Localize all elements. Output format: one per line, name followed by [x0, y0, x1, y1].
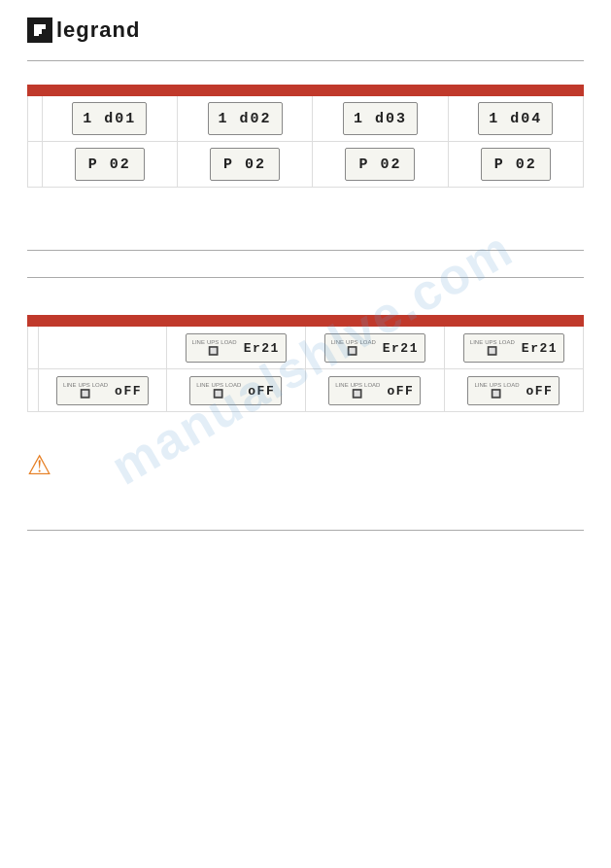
lcd-p02-1: P 02 — [75, 148, 145, 181]
lcd-off-4: LINE UPS LOAD 🔲 oFF — [467, 376, 560, 405]
table2-row2-cell2: LINE UPS LOAD 🔲 oFF — [166, 369, 305, 412]
lcd-off-2: LINE UPS LOAD 🔲 oFF — [189, 376, 282, 405]
table2: LINE UPS LOAD 🔲 Er21 — [27, 315, 584, 412]
table1-row1: 1 d01 1 d02 1 d03 1 d04 — [28, 96, 584, 142]
bottom-divider — [27, 530, 584, 531]
table1-col2-header — [177, 86, 312, 96]
table1-row2: P 02 P 02 P 02 P 02 — [28, 142, 584, 188]
lcd-p02-3: P 02 — [345, 148, 415, 181]
table1-row2-cell1: P 02 — [42, 142, 177, 188]
lcd-off-3: LINE UPS LOAD 🔲 oFF — [328, 376, 421, 405]
table1-row1-cell2: 1 d02 — [177, 96, 312, 142]
legrand-logo-icon — [27, 17, 52, 43]
logo-box: legrand — [27, 17, 140, 43]
indicators-off-3: LINE UPS LOAD 🔲 — [335, 382, 380, 399]
table2-col3-header — [305, 316, 444, 327]
table2-col4-header — [444, 316, 583, 327]
table2-row1-label — [28, 327, 39, 369]
table2-row2-label — [28, 369, 39, 412]
off-text-1: oFF — [115, 384, 142, 399]
table2-row1: LINE UPS LOAD 🔲 Er21 — [28, 327, 584, 369]
svg-rect-2 — [34, 24, 46, 29]
table1-row1-label — [28, 96, 43, 142]
table1-col0-header — [28, 86, 43, 96]
warning-row: ⚠ — [27, 449, 584, 481]
lcd-1d03: 1 d03 — [343, 102, 418, 135]
mid-divider2 — [27, 277, 584, 278]
er21-text-1: Er21 — [244, 341, 280, 356]
table2-col2-header — [166, 316, 305, 327]
table1-row2-cell3: P 02 — [313, 142, 448, 188]
mid-divider — [27, 250, 584, 251]
table1: 1 d01 1 d02 1 d03 1 d04 P 02 P 02 — [27, 85, 584, 188]
lcd-1d04: 1 d04 — [478, 102, 553, 135]
table1-col3-header — [313, 86, 448, 96]
table1-row2-cell2: P 02 — [177, 142, 312, 188]
table1-col1-header — [42, 86, 177, 96]
table1-row1-cell4: 1 d04 — [448, 96, 583, 142]
table1-col4-header — [448, 86, 583, 96]
indicators-er21-3: LINE UPS LOAD 🔲 — [470, 339, 515, 357]
table1-row2-cell4: P 02 — [448, 142, 583, 188]
warning-icon: ⚠ — [27, 449, 51, 481]
off-text-4: oFF — [526, 384, 554, 399]
lcd-p02-4: P 02 — [481, 148, 551, 181]
indicators-er21-2: LINE UPS LOAD 🔲 — [331, 339, 376, 357]
table2-row1-cell4: LINE UPS LOAD 🔲 Er21 — [444, 327, 583, 369]
table2-row1-cell2: LINE UPS LOAD 🔲 Er21 — [166, 327, 305, 369]
lcd-er21-3: LINE UPS LOAD 🔲 Er21 — [463, 333, 564, 363]
lcd-off-1: LINE UPS LOAD 🔲 oFF — [56, 376, 149, 405]
lcd-er21-2: LINE UPS LOAD 🔲 Er21 — [324, 333, 425, 363]
svg-rect-3 — [34, 29, 42, 34]
lcd-er21-1: LINE UPS LOAD 🔲 Er21 — [186, 333, 287, 363]
indicators-er21-1: LINE UPS LOAD 🔲 — [192, 339, 237, 357]
lcd-p02-2: P 02 — [210, 148, 280, 181]
table2-col1-header — [39, 316, 166, 327]
er21-text-2: Er21 — [383, 341, 419, 356]
table1-row1-cell1: 1 d01 — [42, 96, 177, 142]
table2-row1-cell1 — [39, 327, 166, 369]
top-divider — [27, 60, 584, 61]
table2-row2-cell1: LINE UPS LOAD 🔲 oFF — [39, 369, 166, 412]
lcd-1d01: 1 d01 — [72, 102, 147, 135]
table1-row2-label — [28, 142, 43, 188]
off-text-2: oFF — [248, 384, 275, 399]
table2-col0-header — [28, 316, 39, 327]
table2-row1-cell3: LINE UPS LOAD 🔲 Er21 — [305, 327, 444, 369]
lcd-1d02: 1 d02 — [208, 102, 283, 135]
logo-area: legrand — [27, 17, 584, 43]
table2-row2-cell4: LINE UPS LOAD 🔲 oFF — [444, 369, 583, 412]
indicators-off-1: LINE UPS LOAD 🔲 — [63, 382, 108, 399]
indicators-off-2: LINE UPS LOAD 🔲 — [196, 382, 241, 399]
off-text-3: oFF — [387, 384, 414, 399]
indicators-off-4: LINE UPS LOAD 🔲 — [474, 382, 519, 399]
table1-row1-cell3: 1 d03 — [313, 96, 448, 142]
page-wrapper: manualshlve.com legrand — [27, 17, 584, 531]
table2-row2: LINE UPS LOAD 🔲 oFF — [28, 369, 584, 412]
logo-text: legrand — [56, 17, 140, 43]
table2-row2-cell3: LINE UPS LOAD 🔲 oFF — [305, 369, 444, 412]
er21-text-3: Er21 — [522, 341, 558, 356]
